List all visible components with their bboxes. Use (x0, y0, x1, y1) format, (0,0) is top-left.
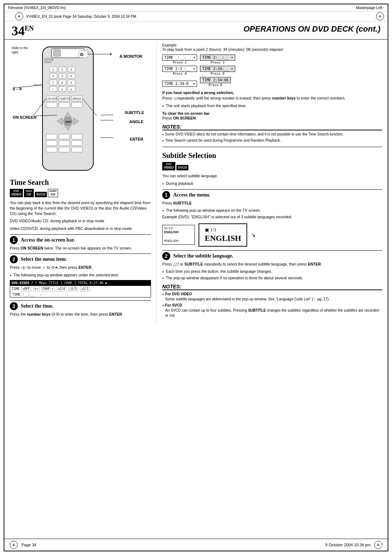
time-label: TIME (12, 287, 20, 291)
count-box: ⊙2/4 (57, 287, 66, 291)
step1-number: 1 (10, 236, 18, 244)
svg-text:8: 8 (61, 81, 63, 84)
svg-rect-48 (72, 134, 82, 139)
sub-dashes: --- (164, 235, 193, 239)
amonitor-label: A.MONITOR (119, 54, 142, 58)
sub-code: S2 1/3 (164, 227, 193, 230)
sub-count: 1/3 (210, 227, 216, 233)
page-bottom: ⊕ Page 34 9 October 2004 10:34 pm ⊕ (4, 539, 388, 551)
time-from-2: TIME 2:3_:__ ➜ (162, 66, 197, 72)
subtitle-bullet-1: Each time you press the button, the subt… (162, 269, 382, 274)
badge-svcd: SVCD (35, 192, 47, 197)
time-to-2: TIME 2:34:__ ➜ (200, 66, 235, 72)
total-label: TOTAL 0:27:06 ▶ (78, 281, 107, 285)
svg-rect-51 (72, 141, 82, 146)
left-column: Slide to the right. TV ⏻ (4, 40, 157, 325)
badge-audio-cd: Audio CD (48, 189, 58, 197)
badge-subtitle-dvd: DVD VIDEO (162, 162, 175, 170)
chap-nav-box: CHAP.➜ (41, 287, 55, 291)
svg-text:ANGLE: ANGLE (73, 97, 81, 100)
step1-time: 1 Access the on-screen bar. Press ON SCR… (10, 234, 151, 251)
subtitle-step1-header: 1 Access the menu. (162, 191, 382, 199)
subtitle-example-text: Example (DVD): "ENGLISH" is selected out… (162, 214, 382, 220)
subtitle-step2-body: Press △▽ or SUBTITLE repeatedly to selec… (162, 262, 382, 267)
sub-icon: ▣ (205, 227, 209, 233)
videocd-info: Video CD/SVCD: during playback with PBC … (10, 226, 151, 231)
subtitle-language: ENGLISH (205, 234, 241, 243)
subtitle-label: SUBTITLE (124, 110, 144, 115)
svg-text:3: 3 (70, 68, 72, 71)
step1-title: Access the on-screen bar. (21, 237, 75, 243)
frac-box: □1/3 (68, 287, 78, 291)
time-from-3: TIME 2:34:0_ ➜ (162, 81, 197, 87)
subtitle-display: S2 1/3 ENGLISH --- ENGLISH ▣ 1/3 ENGLISH… (162, 223, 382, 247)
badge-dvd-video: DVD VIDEO (10, 189, 23, 197)
bottom-left: ⊕ Page 34 (10, 541, 36, 549)
svg-text:1: 1 (52, 68, 54, 71)
subtitle-notes: NOTES: For DVD VIDEO Some subtitle langu… (162, 284, 382, 318)
svg-text:4: 4 (52, 74, 54, 78)
subtitle-fraction: ▣ 1/3 (205, 227, 216, 233)
wrong-selection-bullet: The unit starts playback from the specif… (162, 103, 382, 109)
svg-rect-47 (59, 134, 70, 139)
subtitle-step2-header: 2 Select the subtitle language. (162, 252, 382, 260)
enter-label: ENTER (130, 137, 143, 141)
time-row-1: TIME _:__:__ ➜ Press 2 TIME 2:__:__ ➜ Pr… (162, 54, 382, 64)
svg-text:#: # (70, 88, 72, 91)
reg-mark-bottom-left: ⊕ (10, 541, 18, 549)
page-header: 34EN OPERATIONS ON DVD DECK (cont.) (4, 21, 388, 40)
time-search-heading: Time Search (10, 178, 151, 187)
svg-text:0: 0 (61, 88, 63, 91)
svg-text:SUBTITL: SUBTITL (60, 97, 70, 100)
time-row-3: TIME 2:34:0_ ➜ TIME 2:34:08 Press 8 (162, 77, 382, 87)
remote-svg: TV ⏻ (32, 43, 111, 174)
time-to-3: TIME 2:34:08 (200, 77, 230, 83)
subtitle-note-svcd: For SVCD An SVCD can contain up to four … (162, 303, 382, 318)
filename-label: Filename [XV48EX_EN_08DVD.fm] (8, 6, 65, 10)
section-title: OPERATIONS ON DVD DECK (cont.) (244, 24, 380, 34)
step2-body: Press ◁▷ to move ☆ to ⊙➜, then press ENT… (10, 265, 151, 270)
step1-header: 1 Access the on-screen bar. (10, 236, 151, 244)
time-to-1: TIME 2:__:__ ➜ (200, 54, 235, 61)
clear-bar-heading: To clear the on-screen bar (162, 111, 382, 116)
subtitle-popup-bullet: The following pop-up window appears on t… (162, 208, 382, 213)
reg-mark-left: ⊕ (15, 12, 23, 20)
masterpage-label: Masterpage:Left↑ (356, 6, 384, 10)
mbps-label: 7.7 Mbps (31, 281, 47, 285)
example-section: Example: To play back from a point 2 (ho… (162, 43, 382, 143)
svg-text:6: 6 (70, 74, 72, 78)
subtitle-step2: 2 Select the subtitle language. Press △▽… (162, 250, 382, 281)
title-label: TITLE 1 (49, 281, 62, 285)
clear-bar-body: Press ON SCREEN. (162, 116, 382, 121)
sub-english-1: ENGLISH (164, 230, 193, 235)
main-content: Slide to the right. TV ⏻ (4, 40, 388, 325)
press-8: Press 8 (208, 83, 222, 87)
wrong-selection-section: If you have specified a wrong selection,… (162, 90, 382, 108)
chap-arrow-box: ⊙➜ (33, 287, 40, 291)
right-column: Example: To play back from a point 2 (ho… (157, 40, 388, 325)
press-2: Press 2 (173, 61, 187, 64)
subtitle-during-playback: During playback (162, 181, 382, 186)
onscreen-label: ON SCREEN (13, 115, 36, 119)
time-input-display: TIME :__:__ ☞ (10, 292, 151, 297)
svg-rect-50 (59, 141, 70, 146)
example-label: Example: (162, 43, 382, 47)
subtitle-notes-heading: NOTES: (162, 284, 382, 290)
press-0: Press 0 (211, 72, 224, 76)
time-note-1: Some DVD VIDEO discs do not contain time… (162, 132, 382, 137)
subtitle-selection-heading: Subtitle Selection (162, 151, 382, 160)
svg-text:ENT: ENT (66, 120, 72, 123)
svg-rect-2 (53, 50, 61, 56)
example-body: To play back from a point 2 (hours): 34 … (162, 47, 382, 52)
page-date: 9 October 2004 10:34 pm (325, 543, 371, 547)
subtitle-bullet-2: The pop-up window disappears if no opera… (162, 275, 382, 281)
press-3: Press 3 (211, 61, 224, 64)
page-wrapper: Filename [XV48EX_EN_08DVD.fm] Masterpage… (4, 4, 388, 551)
clear-bar-section: To clear the on-screen bar Press ON SCRE… (162, 111, 382, 121)
meta-top: Filename [XV48EX_EN_08DVD.fm] Masterpage… (4, 4, 388, 12)
step3-number: 3 (10, 302, 18, 310)
svg-rect-39 (72, 102, 82, 108)
repeat-box: ↺1/1 (80, 287, 90, 291)
page-number: 34EN (12, 24, 34, 38)
time-note-2: Time Search cannot be used during Progra… (162, 138, 382, 143)
